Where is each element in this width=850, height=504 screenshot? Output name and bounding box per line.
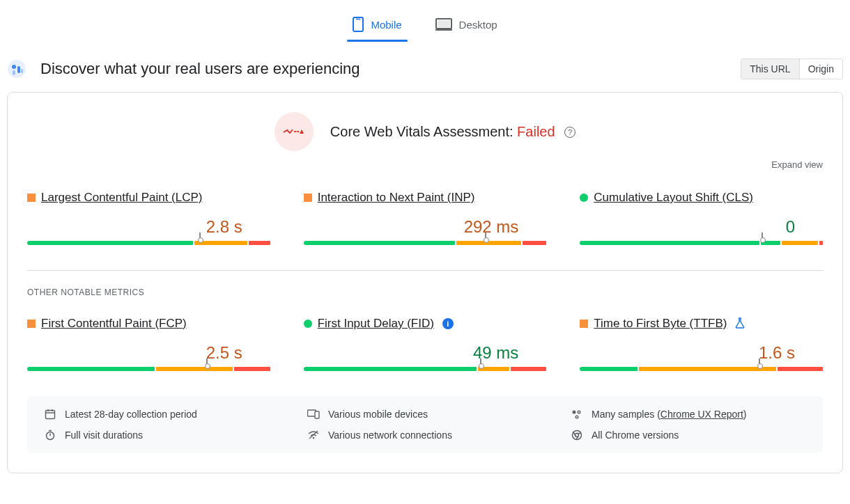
tab-desktop-label: Desktop: [459, 19, 497, 31]
header-row: Discover what your real users are experi…: [0, 42, 850, 92]
metric-cls-bar: [580, 241, 823, 245]
wifi-icon: [307, 430, 320, 440]
status-dot-icon: [27, 320, 36, 328]
metric-ttfb-value: 1.6 s: [580, 343, 823, 363]
metric-inp-name[interactable]: Interaction to Next Paint (INP): [318, 191, 475, 205]
tab-desktop[interactable]: Desktop: [433, 10, 500, 42]
samples-icon: [571, 409, 583, 420]
crux-report-link[interactable]: Chrome UX Report: [660, 409, 743, 420]
status-dot-icon: [304, 194, 312, 202]
footer-info: Latest 28-day collection period Various …: [27, 396, 823, 453]
other-metrics-grid: First Contentful Paint (FCP) 2.5 s First…: [27, 317, 823, 371]
flask-icon[interactable]: [735, 317, 745, 331]
metric-cls: Cumulative Layout Shift (CLS) 0: [580, 191, 823, 245]
svg-rect-12: [46, 411, 55, 419]
bar-marker-icon: [206, 359, 208, 367]
svg-point-20: [575, 416, 578, 418]
assessment-text: Core Web Vitals Assessment: Failed ?: [330, 124, 575, 140]
status-dot-icon: [304, 320, 312, 328]
crux-icon: [7, 59, 26, 79]
status-dot-icon: [580, 194, 588, 202]
calendar-icon: [44, 409, 56, 420]
info-samples: Many samples (Chrome UX Report): [571, 409, 806, 420]
metric-inp-bar: [304, 241, 547, 245]
metric-cls-name[interactable]: Cumulative Layout Shift (CLS): [594, 191, 753, 205]
svg-rect-7: [17, 66, 20, 73]
svg-rect-3: [438, 20, 450, 27]
toggle-this-url[interactable]: This URL: [741, 59, 798, 79]
divider: [27, 270, 823, 271]
metric-fcp: First Contentful Paint (FCP) 2.5 s: [27, 317, 270, 371]
bar-marker-icon: [485, 233, 486, 241]
info-devices-text: Various mobile devices: [328, 409, 428, 420]
status-dot-icon: [580, 320, 588, 328]
status-dot-icon: [27, 194, 36, 202]
info-connections-text: Various network connections: [328, 430, 452, 441]
metric-fcp-bar: [27, 367, 270, 371]
page-title: Discover what your real users are experi…: [40, 60, 360, 78]
svg-point-19: [578, 411, 580, 414]
info-duration-text: Full visit durations: [65, 430, 143, 441]
info-period-text: Latest 28-day collection period: [65, 409, 197, 420]
metric-ttfb: Time to First Byte (TTFB) 1.6 s: [580, 317, 823, 371]
metric-lcp: Largest Contentful Paint (LCP) 2.8 s: [27, 191, 270, 245]
metric-lcp-name[interactable]: Largest Contentful Paint (LCP): [41, 191, 203, 205]
desktop-icon: [435, 18, 452, 31]
metric-lcp-bar: [27, 241, 270, 245]
svg-rect-8: [13, 70, 15, 75]
bar-marker-icon: [759, 359, 760, 367]
metric-fid-name[interactable]: First Input Delay (FID): [318, 317, 434, 331]
svg-point-24: [313, 437, 315, 439]
info-devices: Various mobile devices: [307, 409, 543, 420]
assessment-label: Core Web Vitals Assessment:: [330, 124, 517, 139]
svg-point-6: [12, 65, 16, 69]
metric-ttfb-bar: [580, 367, 823, 371]
bar-marker-icon: [762, 233, 763, 241]
info-samples-text: Many samples (Chrome UX Report): [592, 409, 747, 420]
expand-view-link[interactable]: Expand view: [27, 159, 823, 170]
svg-rect-17: [315, 411, 319, 418]
svg-point-18: [573, 411, 576, 414]
metric-cls-value: 0: [580, 217, 823, 237]
metric-lcp-value: 2.8 s: [27, 217, 270, 237]
bar-marker-icon: [480, 359, 481, 367]
toggle-origin[interactable]: Origin: [799, 59, 842, 79]
url-origin-toggle: This URL Origin: [741, 58, 843, 79]
metric-fid-value: 49 ms: [304, 343, 547, 363]
info-connections: Various network connections: [307, 430, 543, 441]
other-metrics-label: OTHER NOTABLE METRICS: [27, 288, 823, 297]
chrome-icon: [571, 430, 583, 441]
assessment-badge-icon: [275, 112, 314, 151]
svg-point-5: [8, 60, 26, 78]
tab-mobile[interactable]: Mobile: [350, 10, 404, 42]
assessment-status: Failed: [517, 124, 555, 139]
mobile-icon: [353, 17, 364, 32]
metric-inp: Interaction to Next Paint (INP) 292 ms: [304, 191, 547, 245]
devices-icon: [307, 409, 320, 419]
tab-mobile-label: Mobile: [371, 19, 401, 31]
device-tabs: Mobile Desktop: [0, 0, 850, 42]
metric-inp-value: 292 ms: [304, 217, 547, 237]
stopwatch-icon: [44, 430, 56, 441]
info-duration: Full visit durations: [44, 430, 279, 441]
assessment-header: Core Web Vitals Assessment: Failed ?: [27, 112, 823, 151]
bar-marker-icon: [199, 233, 201, 241]
metric-ttfb-name[interactable]: Time to First Byte (TTFB): [594, 317, 727, 331]
assessment-card: Core Web Vitals Assessment: Failed ? Exp…: [7, 92, 843, 473]
svg-rect-9: [21, 69, 23, 73]
core-metrics-grid: Largest Contentful Paint (LCP) 2.8 s Int…: [27, 191, 823, 245]
metric-fid-bar: [304, 367, 547, 371]
info-versions: All Chrome versions: [571, 430, 806, 441]
metric-fcp-value: 2.5 s: [27, 343, 270, 363]
metric-fcp-name[interactable]: First Contentful Paint (FCP): [41, 317, 187, 331]
help-icon[interactable]: ?: [564, 127, 575, 138]
info-icon[interactable]: i: [442, 318, 454, 329]
info-period: Latest 28-day collection period: [44, 409, 279, 420]
metric-fid: First Input Delay (FID) i 49 ms: [304, 317, 547, 371]
info-versions-text: All Chrome versions: [592, 430, 679, 441]
